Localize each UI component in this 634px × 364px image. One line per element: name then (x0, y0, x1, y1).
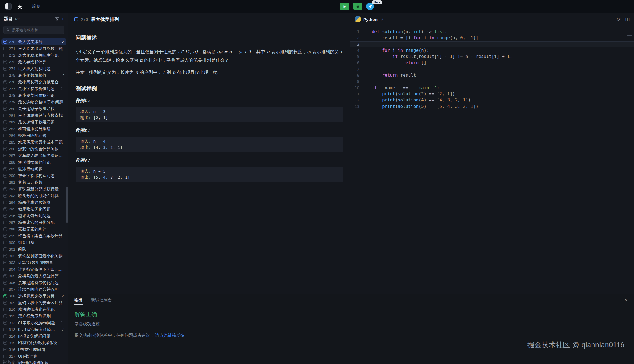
problem-item-number: 315 (9, 341, 16, 345)
code-line[interactable]: 8 return result (350, 72, 634, 78)
problem-type-icon (3, 194, 7, 198)
filter-icon[interactable] (55, 17, 59, 21)
code-line[interactable]: 12 print(solution(4) == [4, 3, 2, 1]) (350, 97, 634, 103)
problem-list-item[interactable]: 270最大优美排列✓ (1, 38, 66, 45)
code-line[interactable]: 4 for i in range(n): (350, 47, 634, 54)
problem-item-number: 294 (9, 200, 16, 205)
search-input[interactable] (12, 28, 61, 32)
code-line[interactable]: 11 print(solution(2) == [2, 1]) (350, 91, 634, 97)
problem-list-item[interactable]: 295糖果吃法优化问题 (0, 206, 68, 212)
code-line[interactable]: 2 result = [i for i in range(n, 0, -1)] (350, 35, 634, 41)
language-switch-icon[interactable]: ⇄ (380, 17, 384, 21)
problem-list-item[interactable]: 291禁着点方案数 (0, 179, 68, 186)
problem-list-item[interactable]: 279最长连续交替01子串问题 (0, 99, 68, 105)
problem-list-item[interactable]: 284模板串匹配问题 (0, 132, 68, 139)
code-line[interactable]: 13 print(solution(5) == [5, 4, 3, 2, 1]) (350, 103, 634, 110)
check-icon: ✓ (61, 294, 64, 298)
problem-type-icon (3, 247, 7, 251)
search-box[interactable] (3, 26, 64, 34)
code-line[interactable]: 1def solution(n: int) -> list: (350, 29, 634, 35)
problem-list-item[interactable]: 273最大异或和计算 (0, 59, 68, 65)
sidebar-toggle-icon[interactable] (5, 3, 12, 10)
problem-list-item[interactable]: 283树苗健康提升策略 (0, 125, 68, 132)
code-line[interactable]: 5 if result[result[i] - 1] != n - result… (350, 54, 634, 60)
problem-list-item[interactable]: 3130，1背包最大价值问题✓ (0, 326, 68, 333)
problem-list-item[interactable]: 304计算特定条件下的四元组数量 (0, 266, 68, 273)
sidebar-header: 题目 611 + (0, 13, 68, 25)
code-line[interactable]: 10if __name__ == '__main__': (350, 85, 634, 91)
problem-list-item[interactable]: 292算珠重新分配以获得最小值 (0, 186, 68, 192)
problem-list-item[interactable]: 289破冰行动问题 (0, 166, 68, 172)
code-line[interactable]: 9 (350, 78, 634, 84)
tab-output[interactable]: 输出 (74, 295, 83, 305)
problem-type-icon (3, 321, 7, 325)
run-button[interactable]: ▶ (340, 3, 349, 10)
problem-list-item[interactable]: 301组队 (0, 246, 68, 253)
problem-list-item[interactable]: 306货车过路费最优化问题 (0, 279, 68, 286)
problem-list-item[interactable]: 274最大敌人捕获问题 (0, 65, 68, 72)
problem-list-item[interactable]: 280最长递减子数组寻找 (0, 105, 68, 112)
problem-list-item[interactable]: 307连续空间内存合并管理 (0, 286, 68, 293)
problem-item-number: 306 (9, 281, 16, 285)
problem-list-item[interactable]: 271最大长未出现自然数问题 (0, 45, 68, 52)
code-editor[interactable]: 1def solution(n: int) -> list:2 result =… (350, 26, 634, 110)
line-number: 13 (350, 103, 364, 110)
problem-list-item[interactable]: 276最小周长巧克力板组合 (0, 79, 68, 85)
problem-list-item[interactable]: 275最小化数组极值✓ (0, 72, 68, 79)
code-line[interactable]: 7 (350, 66, 634, 72)
problem-list-item[interactable]: 302装饰品贝随值最小化问题 (0, 253, 68, 259)
problem-item-number: 285 (9, 140, 16, 144)
problem-list-item[interactable]: 278最小覆盖园面积问题 (0, 92, 68, 99)
sidebar-scrollbar[interactable] (66, 187, 68, 223)
problem-item-number: 281 (9, 113, 16, 118)
problem-title: 最大优美排列 (91, 16, 119, 23)
tab-debug-console[interactable]: 调试控制台 (91, 295, 112, 305)
line-number: 9 (350, 78, 364, 84)
problem-list-item[interactable]: 294糖果优惠购买策略 (0, 199, 68, 206)
problem-list-item[interactable]: 293粮食分配的可能性计算 (0, 192, 68, 199)
add-problem-icon[interactable]: + (61, 16, 64, 21)
close-panel-icon[interactable]: × (624, 297, 627, 303)
line-number: 5 (350, 54, 364, 60)
problem-list-item[interactable]: 299红色格子染色方案数计算 (0, 232, 68, 239)
problem-type-icon (3, 341, 7, 345)
problem-list-item[interactable]: 282最长递增子数组问题 (0, 119, 68, 125)
problem-item-number: 317 (9, 354, 16, 358)
problem-list-item[interactable]: 272最大化糖果美味度问题 (0, 52, 68, 59)
problem-list-item[interactable]: 303计算“好数组”的数量 (0, 259, 68, 266)
reset-code-icon[interactable]: ⟳ (617, 16, 621, 22)
problem-list-item[interactable]: 297糖果迷宫的最优分配 (0, 219, 68, 226)
problem-list-item[interactable]: 298素数元素的统计 (0, 226, 68, 232)
problem-item-number: 312 (9, 321, 16, 325)
problem-list-item[interactable]: 296糖果均匀分配问题 (0, 212, 68, 219)
problem-list-item[interactable]: 286游戏中的伤害计算问题 (0, 145, 68, 152)
problem-list-item[interactable]: 285水果店果篮最小成本问题 (0, 139, 68, 145)
problem-list-item[interactable]: 288矩形棋盘路径问题 (0, 159, 68, 166)
problem-type-icon (3, 355, 7, 358)
problem-list-item[interactable]: 314IP报文头解析问题 (0, 333, 68, 339)
feedback-link[interactable]: 请点此链接反馈 (155, 333, 184, 338)
layout-panel-icon[interactable]: ◫ (625, 16, 630, 22)
problem-list-item[interactable]: 308选择题反选效果分析✓ (0, 293, 68, 299)
code-line[interactable]: 3 (350, 41, 634, 47)
problem-type-icon (3, 221, 7, 224)
problem-list-item[interactable]: 310魔法防御塔建造优化 (0, 306, 68, 313)
problem-type-icon (3, 54, 7, 57)
problem-list-item[interactable]: 309魔幻世界中的安全区计算 (0, 299, 68, 306)
problem-list-item[interactable]: 281最长递减路径节点数查找 (0, 112, 68, 119)
debug-button[interactable] (353, 3, 362, 10)
problem-list-item[interactable]: 311黑户行为序列识别 (0, 313, 68, 319)
code-line[interactable]: 6 return [] (350, 60, 634, 66)
problem-list-item[interactable]: 305象棋马的最大权值计算 (0, 273, 68, 279)
problem-item-title: 模板串匹配问题 (18, 133, 64, 138)
problem-list-item[interactable]: 316P整数生成问题 (0, 346, 68, 353)
problem-list-item[interactable]: 315K排序算法最小操作次数计算 (0, 339, 68, 346)
juejin-logo-icon[interactable] (16, 3, 24, 9)
problem-item-number: 288 (9, 160, 16, 164)
problem-list-item[interactable]: 31201串最小化操作问题 (0, 319, 68, 326)
problem-list-item[interactable]: 317U序数计算 (0, 353, 68, 360)
problem-list-item[interactable]: 277最小字符串价值问题 (0, 85, 68, 92)
problem-list-item[interactable]: 287火车驶入驶出顺序验证问题 (0, 152, 68, 159)
problem-list-item[interactable]: 290神奇字符串构造问题 (0, 172, 68, 179)
problem-list-item[interactable]: 300组装电脑 (0, 239, 68, 246)
